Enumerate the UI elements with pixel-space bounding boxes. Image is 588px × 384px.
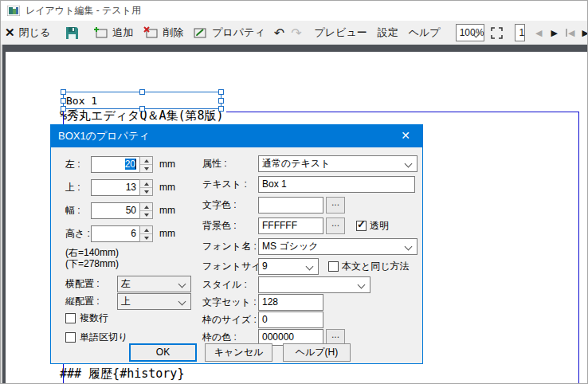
resize-handle-top-right[interactable] bbox=[218, 89, 224, 95]
box-properties-dialog: BOX1のプロパティ ✕ 左 : 20 mm 上 : 13 bbox=[50, 124, 423, 364]
edit-properties-icon bbox=[194, 26, 208, 39]
close-x-icon: ✕ bbox=[5, 25, 15, 40]
delete-button[interactable]: 削除 bbox=[143, 25, 183, 40]
redo-icon: ↷ bbox=[291, 25, 301, 41]
bgcolor-picker-button[interactable]: ... bbox=[326, 217, 345, 234]
settings-label: 設定 bbox=[378, 25, 398, 40]
top-unit: mm bbox=[159, 179, 175, 196]
fontsize-select[interactable]: 9 bbox=[258, 258, 319, 275]
same-as-body-label: 本文と同じ方法 bbox=[342, 258, 410, 275]
charset-value: 128 bbox=[262, 296, 278, 308]
text-input[interactable]: Box 1 bbox=[258, 176, 415, 193]
chevron-down-icon bbox=[178, 280, 186, 288]
bordersize-label: 枠のサイズ : bbox=[202, 312, 257, 328]
hint-bottom-max: (下=278mm) bbox=[65, 257, 119, 271]
style-select[interactable] bbox=[258, 276, 370, 293]
chevron-down-icon bbox=[306, 263, 314, 271]
bgcolor-input[interactable]: FFFFFF bbox=[258, 217, 323, 234]
left-unit: mm bbox=[159, 156, 175, 173]
toolbar: ✕ 閉じる 追加 削除 bbox=[1, 21, 587, 45]
transparent-checkbox[interactable]: ✓ bbox=[356, 221, 367, 231]
resize-handle-top-left[interactable] bbox=[61, 89, 66, 95]
save-button[interactable] bbox=[65, 26, 79, 40]
settings-button[interactable]: 設定 bbox=[378, 25, 398, 40]
spin-down-icon bbox=[144, 214, 149, 217]
wordbreak-checkbox[interactable] bbox=[65, 332, 76, 343]
width-spinner[interactable] bbox=[139, 202, 153, 219]
textcolor-picker-button[interactable]: ... bbox=[326, 197, 345, 214]
height-input[interactable]: 6 bbox=[91, 225, 140, 242]
resize-handle-bottom-middle[interactable] bbox=[139, 106, 145, 112]
last-page-icon: ▶ bbox=[582, 29, 588, 37]
redo-button[interactable]: ↷ bbox=[291, 25, 301, 41]
text-label: テキスト : bbox=[202, 176, 247, 193]
first-page-icon: ◀ bbox=[568, 29, 574, 37]
dialog-help-button[interactable]: ヘルプ(H) bbox=[283, 343, 351, 362]
fit-page-button[interactable] bbox=[491, 27, 503, 39]
zoom-value: 100% bbox=[460, 27, 484, 38]
resize-handle-top-middle[interactable] bbox=[139, 89, 145, 95]
multiline-checkbox[interactable] bbox=[65, 313, 76, 323]
attr-select[interactable]: 通常のテキスト bbox=[258, 155, 417, 172]
halign-value: 左 bbox=[121, 278, 131, 289]
left-input[interactable]: 20 bbox=[91, 156, 140, 173]
top-spinner[interactable] bbox=[139, 179, 153, 196]
width-input[interactable]: 50 bbox=[91, 202, 140, 219]
zoom-select[interactable]: 100% bbox=[456, 24, 485, 41]
bgcolor-value: FFFFFF bbox=[262, 220, 297, 231]
charset-input[interactable]: 128 bbox=[258, 294, 323, 311]
resize-handle-bottom-right[interactable] bbox=[218, 106, 224, 112]
add-label: 追加 bbox=[112, 25, 133, 40]
resize-handle-middle-right[interactable] bbox=[218, 98, 224, 104]
ok-button[interactable]: OK bbox=[129, 343, 197, 362]
page-number-input[interactable]: 1 bbox=[515, 24, 525, 41]
next-page-button[interactable]: ▶ bbox=[551, 29, 558, 37]
app-icon bbox=[7, 6, 20, 16]
height-spinner[interactable] bbox=[139, 225, 153, 242]
height-value: 6 bbox=[131, 228, 136, 239]
spin-up-icon bbox=[144, 159, 149, 163]
top-input[interactable]: 13 bbox=[91, 179, 140, 196]
help-button[interactable]: ヘルプ bbox=[409, 25, 441, 40]
top-value: 13 bbox=[126, 182, 136, 193]
spin-up-icon bbox=[144, 229, 149, 232]
properties-label: プロパティ bbox=[212, 25, 265, 40]
valign-select[interactable]: 上 bbox=[117, 293, 191, 310]
chevron-down-icon bbox=[178, 298, 186, 306]
multiline-label: 複数行 bbox=[80, 310, 108, 327]
save-icon bbox=[65, 26, 79, 40]
left-value: 20 bbox=[125, 159, 136, 170]
width-label: 幅 : bbox=[65, 202, 80, 219]
resize-handle-bottom-left[interactable] bbox=[61, 106, 66, 112]
dialog-close-button[interactable]: ✕ bbox=[389, 125, 422, 147]
dialog-title-bar[interactable]: BOX1のプロパティ ✕ bbox=[51, 125, 422, 147]
valign-value: 上 bbox=[121, 296, 131, 307]
textcolor-input[interactable] bbox=[258, 197, 323, 214]
charset-label: 文字セット : bbox=[202, 294, 257, 311]
same-as-body-checkbox[interactable] bbox=[328, 261, 339, 272]
layout-box-1[interactable]: Box 1 bbox=[63, 92, 221, 109]
bordersize-input[interactable]: 0 bbox=[258, 312, 323, 328]
preview-button[interactable]: プレビュー bbox=[315, 25, 367, 40]
undo-button[interactable]: ↶ bbox=[274, 25, 284, 41]
add-button[interactable]: 追加 bbox=[93, 25, 133, 40]
fontname-select[interactable]: MS ゴシック bbox=[258, 238, 417, 255]
fontname-label: フォント名 : bbox=[202, 238, 257, 255]
layout-canvas[interactable]: ### 履歴{#history} %秀丸エディタQ＆A集(第8版) Box 1 … bbox=[1, 45, 587, 383]
last-page-button[interactable]: ▶ bbox=[582, 29, 588, 37]
close-button[interactable]: ✕ 閉じる bbox=[5, 25, 50, 40]
ellipsis-icon: ... bbox=[331, 217, 339, 229]
title-bar[interactable]: レイアウト編集 - テスト用 bbox=[1, 1, 587, 21]
ellipsis-icon: ... bbox=[331, 197, 339, 208]
resize-handle-middle-left[interactable] bbox=[61, 98, 66, 104]
halign-select[interactable]: 左 bbox=[117, 276, 191, 292]
add-icon bbox=[93, 26, 108, 39]
chevron-down-icon bbox=[358, 281, 366, 289]
cancel-label: キャンセル bbox=[214, 347, 263, 358]
ellipsis-icon: ... bbox=[331, 329, 339, 340]
first-page-button[interactable]: ◀ bbox=[566, 29, 574, 37]
left-spinner[interactable] bbox=[139, 156, 153, 173]
cancel-button[interactable]: キャンセル bbox=[205, 343, 272, 362]
prev-page-button[interactable]: ◀ bbox=[535, 29, 542, 37]
properties-button[interactable]: プロパティ bbox=[194, 25, 265, 40]
